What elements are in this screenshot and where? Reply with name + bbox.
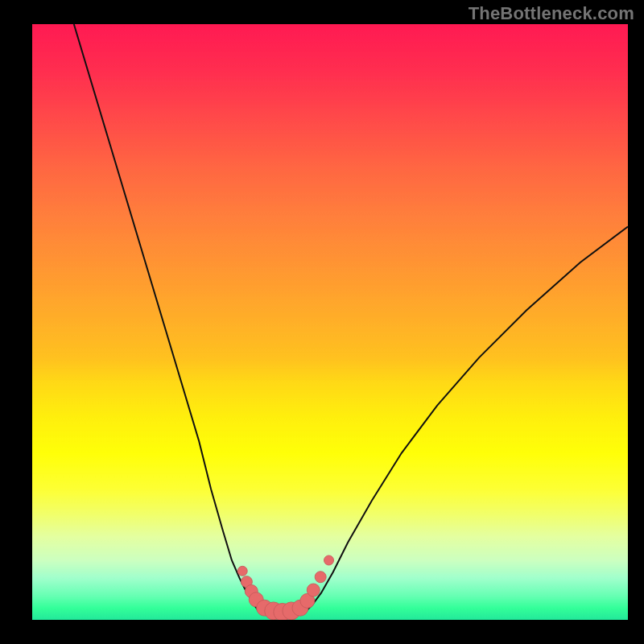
plot-area: [32, 24, 628, 620]
highlight-marker: [315, 572, 326, 583]
highlight-marker: [237, 566, 247, 576]
bottleneck-curve-svg: [32, 24, 628, 620]
highlight-marker: [307, 584, 320, 597]
highlight-marker: [324, 555, 334, 565]
chart-frame: TheBottleneck.com: [0, 0, 644, 644]
bottleneck-curve-path: [74, 24, 628, 613]
watermark-text: TheBottleneck.com: [469, 3, 634, 24]
